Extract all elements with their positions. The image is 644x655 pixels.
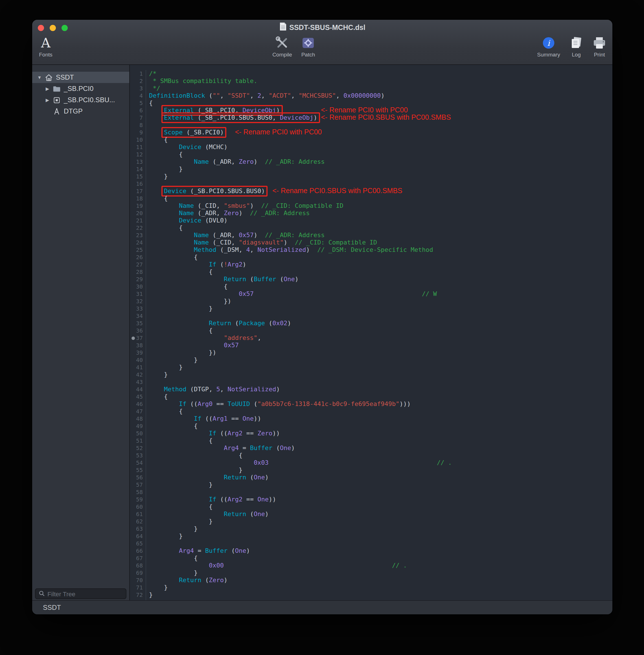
line-number: 56 — [130, 474, 146, 481]
search-icon — [38, 589, 45, 599]
code-line-row: 7 External (_SB_.PCI0.SBUS.BUS0, DeviceO… — [130, 114, 613, 121]
line-number: 68 — [130, 562, 146, 569]
code-token: // . — [437, 459, 452, 467]
code-line-row: 72} — [130, 591, 613, 598]
sidebar-item-dtgp[interactable]: DTGP — [32, 106, 129, 117]
code-editor[interactable]: 1/*2 * SMBus compatibility table.3 */4De… — [130, 65, 613, 600]
code-token: NotSerialized — [257, 246, 306, 253]
line-number: 10 — [130, 136, 146, 143]
code-line-row: 52 Arg4 = Buffer (One) — [130, 444, 613, 452]
code-token — [224, 562, 392, 569]
rename-highlight-box: External (_SB_.PCI0.SBUS.BUS0, DeviceObj… — [161, 112, 320, 123]
code-token: ) — [381, 92, 384, 99]
sidebar-item--sb-pci0-sbu-[interactable]: ▶_SB.PCI0.SBU... — [32, 94, 129, 106]
print-button[interactable]: Print — [583, 35, 613, 58]
code-token: 2 — [257, 92, 261, 99]
code-token: } — [149, 584, 168, 591]
code-token: } — [149, 371, 168, 378]
line-number: 12 — [130, 151, 146, 158]
code-token: }) — [149, 349, 216, 356]
line-number: 25 — [130, 246, 146, 253]
line-number: 24 — [130, 239, 146, 246]
code-token: (_CID, — [209, 239, 239, 246]
line-number: 63 — [130, 525, 146, 533]
code-line-text: Return (Package (0x02) — [146, 320, 291, 327]
code-line-text: { — [146, 99, 153, 107]
code-token: 0x02 — [272, 320, 287, 327]
window-header: SSDT-SBUS-MCHC.dsl A Fonts Compile — [32, 20, 613, 65]
filter-tree-input[interactable]: Filter Tree — [35, 588, 127, 599]
code-token: (_SB_.PCI0.SBUS.BUS0, — [194, 114, 280, 121]
desktop-background: SSDT-SBUS-MCHC.dsl A Fonts Compile — [0, 0, 644, 655]
summary-button[interactable]: i Summary — [533, 35, 565, 58]
code-token: // _ADR: Address — [265, 231, 325, 239]
code-line-text: 0x00 // . — [146, 562, 407, 569]
code-token: Zero — [209, 577, 224, 584]
code-line-text: } — [146, 467, 243, 474]
code-token: } — [149, 569, 198, 577]
code-line-text: "address", — [146, 334, 261, 342]
line-number: 32 — [130, 298, 146, 305]
code-token: } — [149, 525, 198, 533]
code-line-row: 23 Name (_ADR, 0x57) // _ADR: Address — [130, 231, 613, 239]
line-number: 15 — [130, 173, 146, 180]
code-line-text: { — [146, 283, 227, 290]
code-token: { — [149, 268, 212, 275]
sidebar-tree: ▼SSDT▶_SB.PCI0▶_SB.PCI0.SBU...DTGP — [32, 65, 129, 117]
line-number: 6 — [130, 107, 146, 114]
code-line-row: 22 { — [130, 224, 613, 231]
rename-annotation: <- Rename PCI0.SBUS with PC00.SMBS — [272, 187, 402, 195]
disclosure-open-icon[interactable]: ▼ — [36, 75, 43, 80]
code-token: { — [149, 224, 183, 231]
code-token: "SSDT" — [227, 92, 250, 99]
code-line-text: Name (_ADR, 0x57) // _ADR: Address — [146, 231, 325, 239]
code-token: Name — [179, 202, 194, 209]
code-token: , — [220, 386, 228, 393]
code-line-row: 17 Device (_SB.PCI0.SBUS.BUS0) <- Rename… — [130, 187, 613, 195]
line-number: 1 — [130, 70, 146, 77]
code-line-text: 0x03 // . — [146, 459, 452, 467]
code-token: Arg4 — [179, 547, 194, 555]
sidebar-item-label: _SB.PCI0.SBU... — [64, 96, 115, 104]
code-token — [149, 496, 209, 503]
code-line-row: 68 0x00 // . — [130, 562, 613, 569]
line-number: 38 — [130, 342, 146, 349]
line-number: 5 — [130, 99, 146, 107]
disclosure-closed-icon[interactable]: ▶ — [43, 86, 51, 91]
code-token: ) — [265, 474, 269, 481]
code-token: ) — [287, 320, 291, 327]
code-line-text: { — [146, 393, 168, 400]
code-line-text: Arg4 = Buffer (One) — [146, 444, 295, 452]
code-token: (_ADR, — [194, 209, 224, 217]
line-number: 48 — [130, 415, 146, 422]
code-token: { — [149, 503, 212, 511]
code-line-row: 27 If (!Arg2) — [130, 261, 613, 268]
code-line-text: { — [146, 503, 212, 511]
code-token: { — [149, 136, 168, 143]
line-number: 46 — [130, 400, 146, 408]
code-token: == — [243, 430, 257, 437]
code-token: Return — [224, 474, 246, 481]
code-line-text: /* — [146, 70, 157, 77]
code-token — [149, 209, 179, 217]
code-token: 0x00 — [209, 562, 224, 569]
code-token: (MCHC) — [201, 143, 227, 151]
sidebar-item-ssdt[interactable]: ▼SSDT — [32, 72, 129, 83]
code-line-row: 9 Scope (_SB.PCI0) <- Rename PCI0 with P… — [130, 129, 613, 136]
code-token: Name — [194, 158, 209, 165]
code-token — [149, 511, 224, 518]
code-line-text: } — [146, 371, 168, 378]
line-number: 34 — [130, 312, 146, 320]
sidebar-item--sb-pci0[interactable]: ▶_SB.PCI0 — [32, 83, 129, 94]
fonts-button[interactable]: A Fonts — [32, 35, 62, 58]
code-token: If — [209, 496, 216, 503]
disclosure-closed-icon[interactable]: ▶ — [43, 97, 51, 103]
rename-annotation: <- Rename PCI0 with PC00 — [321, 106, 408, 114]
code-token: One — [243, 415, 254, 422]
line-number: 22 — [130, 224, 146, 231]
patch-button[interactable]: Patch — [292, 35, 324, 58]
code-token — [149, 400, 179, 408]
line-number: 52 — [130, 444, 146, 452]
code-token: ( — [272, 444, 280, 452]
code-token: (_CID, — [194, 202, 224, 209]
